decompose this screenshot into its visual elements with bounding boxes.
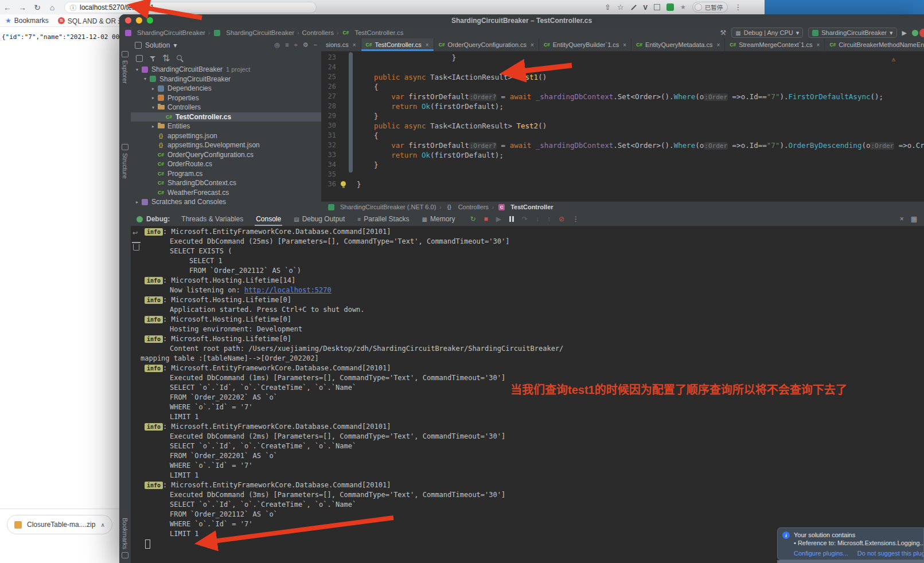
tree-toggle-icon[interactable]: ▸ (150, 95, 157, 100)
close-tab-icon[interactable]: × (817, 42, 820, 48)
code-line[interactable]: 27var firstOrDefault:Order? = await _sha… (321, 92, 924, 101)
tree-item-orderqueryconfiguration-cs[interactable]: C#OrderQueryConfiguration.cs (131, 150, 321, 160)
tree-item-orderroute-cs[interactable]: C#OrderRoute.cs (131, 159, 321, 169)
stop-icon[interactable]: ■ (484, 215, 488, 223)
home-icon[interactable]: ⌂ (45, 3, 60, 12)
step-over-icon[interactable]: ↷ (522, 215, 528, 223)
locate-file-icon[interactable]: ◎ (275, 41, 280, 49)
stripe-tab-bookmarks[interactable]: Bookmarks (119, 518, 131, 558)
sort-icon[interactable]: ⇅ (162, 53, 170, 64)
forward-icon[interactable]: → (15, 3, 30, 12)
tab-entityquerybuilder-1-cs[interactable]: C#EntityQueryBuilder`1.cs× (539, 38, 631, 51)
debug-tab-memory[interactable]: ▦Memory (416, 213, 461, 225)
search-icon[interactable] (176, 54, 184, 62)
tree-item-properties[interactable]: ▸Properties (131, 93, 321, 103)
options-gear-icon[interactable]: ⚙ (303, 41, 309, 49)
code-line[interactable]: 32var firstOrDefault:Order? = await _sha… (321, 140, 924, 150)
extension-green-icon[interactable] (666, 3, 674, 11)
tree-item-shardingcircuitbreaker[interactable]: ▾ShardingCircuitBreaker1 project (131, 65, 321, 75)
tree-item-scratches-and-consoles[interactable]: ▸Scratches and Consoles (131, 197, 321, 207)
reload-icon[interactable]: ↻ (30, 3, 45, 12)
run-config-chip[interactable]: ShardingCircuitBreaker ▾ (808, 28, 896, 38)
configure-plugins-link[interactable]: Configure plugins... (794, 550, 848, 557)
extensions-pin-icon[interactable]: ★ (680, 3, 686, 11)
back-icon[interactable]: ← (0, 3, 15, 12)
paused-badge[interactable]: 已暂停 (692, 2, 728, 13)
close-tab-icon[interactable]: × (353, 42, 356, 48)
browser-menu-icon[interactable]: ⋮ (734, 3, 742, 11)
download-chevron-icon[interactable]: ∧ (100, 522, 104, 528)
step-into-icon[interactable]: ↓ (536, 215, 539, 223)
code-line[interactable]: 24 (321, 62, 924, 72)
close-tab-icon[interactable]: × (426, 42, 429, 48)
tree-item-appsettings-development-json[interactable]: {}appsettings.Development.json (131, 140, 321, 150)
code-line[interactable]: 34} (321, 160, 924, 170)
mute-breakpoints-icon[interactable]: ⊘ (559, 215, 564, 223)
bookmarks-label[interactable]: ★ Bookmarks (5, 17, 49, 25)
breadcrumb-item-controllers[interactable]: Controllers (302, 29, 334, 36)
code-line[interactable]: 29} (321, 111, 924, 121)
tree-toggle-icon[interactable]: ▸ (150, 86, 157, 91)
explorer-view-label[interactable]: Solution (145, 41, 170, 49)
extension-pen-icon[interactable] (631, 5, 637, 10)
close-tab-icon[interactable]: × (531, 42, 534, 48)
tree-item-shardingcircuitbreaker[interactable]: ▾ShardingCircuitBreaker (131, 75, 321, 84)
editor-crumb-testcontroller[interactable]: CTestController (497, 204, 553, 210)
filter-icon[interactable] (149, 55, 156, 62)
code-line[interactable]: 30public async Task<IActionResult> Test2… (321, 121, 924, 131)
code-editor[interactable]: 23}2425public async Task<IActionResult> … (321, 51, 924, 202)
clear-console-icon[interactable] (133, 244, 139, 251)
console-link[interactable]: http://localhost:5270 (244, 286, 332, 295)
inspection-warning-icon[interactable]: ⚠ (891, 54, 895, 64)
code-line[interactable]: 28return Ok(firstOrDefault); (321, 101, 924, 111)
tab-entityquerymetadata-cs[interactable]: C#EntityQueryMetadata.cs× (631, 38, 725, 51)
close-tab-icon[interactable]: × (716, 42, 720, 48)
tree-toggle-icon[interactable]: ▾ (150, 105, 157, 110)
resume-icon[interactable]: ▶ (496, 215, 501, 223)
tab-sions-cs[interactable]: sions.cs× (321, 38, 361, 51)
tree-toggle-icon[interactable]: ▾ (134, 67, 141, 72)
tree-item-program-cs[interactable]: C#Program.cs (131, 169, 321, 179)
code-line[interactable]: 25public async Task<IActionResult> Test1… (321, 72, 924, 82)
editor-crumb-shardingcircuitbreaker-net-6-0[interactable]: ShardingCircuitBreaker (.NET 6.0) (327, 204, 436, 210)
more-icon[interactable]: ⋮ (572, 215, 579, 223)
tree-toggle-icon[interactable]: ▸ (134, 200, 141, 205)
code-line[interactable]: 33return Ok(firstOrDefault); (321, 150, 924, 160)
debug-tab-debug-output[interactable]: ▤Debug Output (288, 213, 350, 225)
zoom-window-icon[interactable] (147, 17, 153, 24)
tree-toggle-icon[interactable]: ▾ (142, 76, 149, 81)
code-line[interactable]: 35 (321, 170, 924, 179)
code-line[interactable]: 36} (321, 179, 924, 189)
close-window-icon[interactable] (125, 17, 131, 24)
tree-item-dependencies[interactable]: ▸Dependencies (131, 84, 321, 93)
tree-toggle-icon[interactable]: ▸ (150, 124, 157, 129)
chevron-down-icon[interactable]: ▾ (173, 41, 177, 49)
collapse-all-icon[interactable]: ÷ (294, 41, 298, 49)
code-line[interactable]: 23} (321, 53, 924, 62)
tree-item-weatherforecast-cs[interactable]: C#WeatherForecast.cs (131, 188, 321, 198)
scroll-to-source-icon[interactable] (136, 55, 143, 62)
stop-button-edge[interactable] (919, 29, 924, 37)
step-out-icon[interactable]: ↑ (547, 215, 551, 223)
view-switch-icon[interactable] (135, 42, 142, 49)
tree-item-appsettings-json[interactable]: {}appsettings.json (131, 131, 321, 141)
dismiss-suggestion-link[interactable]: Do not suggest this plugin (857, 550, 924, 557)
editor-crumb-controllers[interactable]: {}Controllers (445, 204, 489, 210)
stripe-tab-structure[interactable]: Structure (119, 144, 131, 179)
hide-panel-icon[interactable]: − (314, 41, 317, 49)
code-line[interactable]: 26{ (321, 82, 924, 92)
rerun-icon[interactable]: ↻ (470, 215, 475, 223)
tab-streammergecontext-1-cs[interactable]: C#StreamMergeContext`1.cs× (725, 38, 825, 51)
tree-item-entities[interactable]: ▸Entities (131, 122, 321, 131)
breadcrumb-item-shardingcircuitbreaker[interactable]: ShardingCircuitBreaker (213, 29, 294, 36)
debug-tab-console[interactable]: Console (250, 213, 287, 225)
run-button[interactable]: ▶ (902, 29, 907, 37)
intention-bulb-icon[interactable] (341, 181, 346, 186)
breadcrumb-item-shardingcircuitbreaker[interactable]: ShardingCircuitBreaker (124, 29, 205, 36)
tree-item-controllers[interactable]: ▾Controllers (131, 103, 321, 112)
debug-button[interactable] (912, 30, 918, 36)
build-icon[interactable]: ⚒ (720, 29, 727, 37)
share-icon[interactable]: ⇧ (605, 3, 611, 11)
close-tab-icon[interactable]: × (623, 42, 626, 48)
minimize-window-icon[interactable] (136, 17, 142, 24)
